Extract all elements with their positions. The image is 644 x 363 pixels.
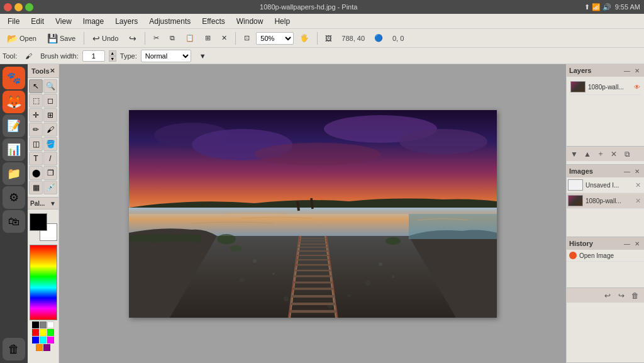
- paste-button[interactable]: 📋: [181, 31, 199, 46]
- dock-icon-settings[interactable]: ⚙: [3, 186, 25, 209]
- color-fg-bg-selector[interactable]: [30, 213, 57, 241]
- menu-help[interactable]: Help: [269, 16, 295, 27]
- history-undo-btn[interactable]: ↩: [601, 290, 614, 301]
- tool-freeselect[interactable]: ⬚: [29, 94, 43, 108]
- dock-icon-trash[interactable]: 🗑: [3, 338, 25, 360]
- color-spectrum[interactable]: [30, 245, 57, 320]
- tool-select[interactable]: ↖: [29, 79, 43, 93]
- zoom-dropdown[interactable]: 50% 25% 75% 100%: [256, 32, 294, 45]
- foreground-color-box[interactable]: [30, 213, 47, 231]
- tool-text[interactable]: T: [29, 152, 43, 165]
- history-clear-btn[interactable]: 🗑: [629, 290, 641, 301]
- tool-eyedropper[interactable]: 💉: [43, 181, 57, 194]
- tool-pencil[interactable]: ✏: [29, 123, 43, 137]
- image-close-unsaved[interactable]: ✕: [633, 180, 643, 190]
- active-tool-icon[interactable]: 🖌: [21, 48, 36, 64]
- image-item-unsaved[interactable]: Unsaved I... ✕: [567, 177, 644, 193]
- open-button[interactable]: 📂 Open: [3, 31, 41, 46]
- canvas-area[interactable]: [59, 64, 566, 363]
- palette-yellow[interactable]: [40, 329, 47, 336]
- maximize-button[interactable]: [25, 3, 33, 11]
- tools-close[interactable]: ✕: [50, 67, 55, 74]
- menu-view[interactable]: View: [50, 16, 77, 27]
- resize-button[interactable]: ✕: [217, 31, 231, 46]
- brush-type-select[interactable]: Normal Soft Hard: [141, 50, 191, 62]
- palette-blue[interactable]: [32, 337, 39, 343]
- menu-image[interactable]: Image: [78, 16, 109, 27]
- images-close[interactable]: ✕: [633, 167, 641, 176]
- tool-move[interactable]: ✛: [29, 108, 43, 122]
- history-minimize[interactable]: —: [623, 239, 631, 248]
- dock-icon-firefox[interactable]: 🦊: [3, 91, 25, 113]
- menu-adjustments[interactable]: Adjustments: [144, 16, 196, 27]
- spin-up[interactable]: ▲: [109, 50, 116, 56]
- dock-icon-shopping[interactable]: 🛍: [3, 210, 25, 233]
- layer-visibility-icon[interactable]: 👁: [634, 84, 640, 91]
- undo-button[interactable]: ↩ Undo: [88, 31, 123, 46]
- history-redo-btn[interactable]: ↪: [615, 290, 628, 301]
- palette-green[interactable]: [47, 329, 54, 336]
- palette-cyan[interactable]: [40, 337, 47, 343]
- layer-move-up[interactable]: ▲: [581, 148, 594, 160]
- tool-brush[interactable]: 🖌: [43, 123, 57, 137]
- tool-gradient[interactable]: ▦: [29, 181, 43, 194]
- tool-fill[interactable]: 🪣: [43, 137, 57, 151]
- image-close-1080p[interactable]: ✕: [633, 196, 643, 206]
- tool-crop[interactable]: ⊞: [43, 108, 57, 122]
- dock-icon-text[interactable]: 📝: [3, 114, 25, 137]
- menu-window[interactable]: Window: [231, 16, 269, 27]
- layers-minimize[interactable]: —: [623, 66, 631, 75]
- menu-file[interactable]: File: [3, 16, 25, 27]
- tool-shape[interactable]: ⬤: [29, 166, 43, 180]
- paintbrush-icon: 🖌: [25, 52, 32, 60]
- menu-edit[interactable]: Edit: [26, 16, 49, 27]
- layers-panel-header[interactable]: Layers — ✕: [567, 64, 644, 77]
- layer-duplicate[interactable]: ⧉: [621, 148, 633, 160]
- tool-rectselect[interactable]: ◻: [43, 94, 57, 108]
- palette-menu[interactable]: ▼: [50, 200, 56, 207]
- redo-button[interactable]: ↪: [125, 31, 141, 46]
- dock-icon-files[interactable]: 📁: [3, 162, 25, 185]
- layer-move-down[interactable]: ▼: [568, 148, 580, 160]
- layer-item[interactable]: 1080p-wall... 👁: [569, 79, 641, 95]
- tool-zoom[interactable]: 🔍: [43, 79, 57, 93]
- close-button[interactable]: [4, 3, 12, 11]
- palette-orange[interactable]: [36, 344, 43, 351]
- palette-gray[interactable]: [40, 321, 47, 328]
- palette-magenta[interactable]: [47, 337, 54, 343]
- history-panel: History — ✕ Open Image ↩ ↪ 🗑: [567, 237, 644, 363]
- pan-button[interactable]: 🖐: [296, 31, 313, 46]
- tool-line[interactable]: /: [43, 152, 57, 165]
- brush-options-button[interactable]: ▼: [195, 48, 211, 64]
- layer-add[interactable]: ＋: [594, 148, 607, 160]
- history-item-open[interactable]: Open Image: [567, 250, 644, 262]
- cut-button[interactable]: ✂: [149, 31, 164, 46]
- save-button[interactable]: 💾 Save: [43, 31, 80, 46]
- window-controls[interactable]: [4, 3, 33, 11]
- copy-button[interactable]: ⧉: [165, 31, 179, 46]
- palette-white[interactable]: [47, 321, 54, 328]
- zoom-fit-button[interactable]: ⊡: [240, 31, 254, 46]
- menu-layers[interactable]: Layers: [110, 16, 143, 27]
- history-close[interactable]: ✕: [633, 239, 641, 248]
- dock-icon-pinta[interactable]: 🐾: [3, 67, 25, 89]
- tool-clone[interactable]: ❐: [43, 166, 57, 180]
- layer-delete[interactable]: ✕: [608, 148, 620, 160]
- palette-red[interactable]: [32, 329, 39, 336]
- crop-button[interactable]: ⊞: [201, 31, 215, 46]
- dock-icon-calc[interactable]: 📊: [3, 138, 25, 161]
- brush-width-input[interactable]: [82, 50, 105, 62]
- images-panel-header[interactable]: Images — ✕: [567, 165, 644, 177]
- images-minimize[interactable]: —: [623, 167, 631, 176]
- palette-black[interactable]: [32, 321, 39, 328]
- image-item-1080p[interactable]: 1080p-wall... ✕: [567, 193, 644, 209]
- layers-close[interactable]: ✕: [633, 66, 641, 75]
- tool-eraser[interactable]: ◫: [29, 137, 43, 151]
- zoom-select[interactable]: 50% 25% 75% 100%: [256, 32, 294, 45]
- minimize-button[interactable]: [14, 3, 23, 11]
- menu-effects[interactable]: Effects: [197, 16, 230, 27]
- brush-width-spinner[interactable]: ▲ ▼: [109, 50, 116, 62]
- spin-down[interactable]: ▼: [109, 56, 116, 62]
- history-panel-header[interactable]: History — ✕: [567, 237, 644, 250]
- palette-purple[interactable]: [43, 344, 50, 351]
